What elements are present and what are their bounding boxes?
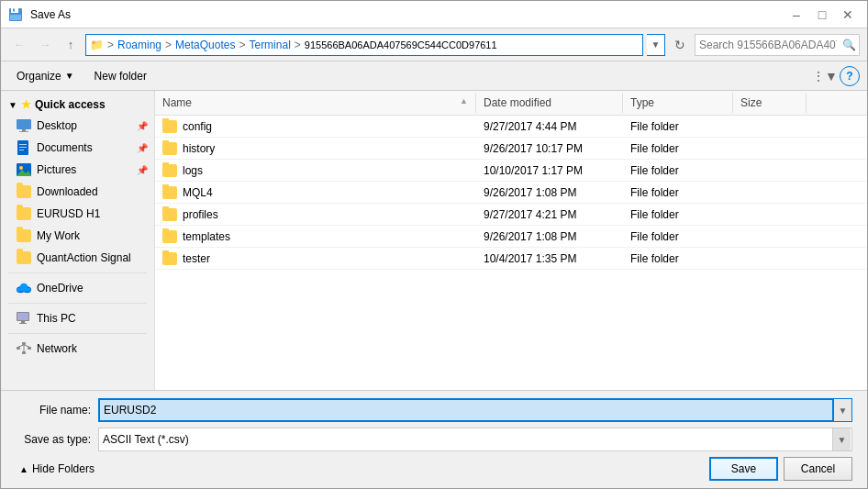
file-name-cell: profiles <box>155 206 476 223</box>
col-header-date[interactable]: Date modified <box>476 93 623 113</box>
filename-dropdown-button[interactable]: ▼ <box>834 398 852 422</box>
file-type-cell: File folder <box>623 228 733 245</box>
quick-access-chevron: ▼ <box>8 100 17 110</box>
organize-button[interactable]: Organize ▼ <box>8 64 83 88</box>
quick-access-star-icon: ★ <box>21 98 31 111</box>
file-size-cell <box>733 213 807 217</box>
minimize-button[interactable]: – <box>785 6 808 24</box>
path-current[interactable]: 915566BA06ADA407569C544CC0D97611 <box>305 39 497 50</box>
table-row[interactable]: profiles 9/27/2017 4:21 PM File folder <box>155 204 867 226</box>
col-header-type[interactable]: Type <box>623 93 733 113</box>
hide-folders-chevron-icon: ▲ <box>19 464 28 474</box>
folder-icon <box>162 142 177 155</box>
svg-rect-24 <box>22 351 26 354</box>
search-input[interactable] <box>695 34 860 56</box>
folder-icon <box>162 208 177 221</box>
documents-icon <box>17 140 31 155</box>
sidebar-item-quantaction[interactable]: QuantAction Signal <box>1 247 154 269</box>
close-button[interactable]: ✕ <box>836 6 860 24</box>
back-button[interactable]: ← <box>8 34 30 56</box>
thispc-label: This PC <box>37 312 76 325</box>
maximize-button[interactable]: □ <box>810 6 834 24</box>
path-part-metaquotes[interactable]: MetaQuotes <box>175 39 235 51</box>
file-size-cell <box>733 169 807 172</box>
savetype-select-wrapper: ASCII Text (*.csv) ▼ <box>98 428 852 451</box>
search-icon: 🔍 <box>842 39 856 51</box>
network-label: Network <box>37 342 77 355</box>
new-folder-button[interactable]: New folder <box>86 64 155 88</box>
sidebar-item-network[interactable]: Network <box>1 338 154 360</box>
cancel-label: Cancel <box>801 462 835 475</box>
file-size-cell <box>733 125 807 128</box>
file-name: history <box>183 142 215 155</box>
table-row[interactable]: logs 10/10/2017 1:17 PM File folder <box>155 160 867 182</box>
address-dropdown-button[interactable]: ▼ <box>647 34 665 56</box>
filename-input[interactable] <box>98 398 834 422</box>
file-name-cell: history <box>155 140 476 157</box>
help-button[interactable]: ? <box>840 66 860 86</box>
quantaction-label: QuantAction Signal <box>37 251 131 264</box>
sidebar-item-eurusd[interactable]: EURUSD H1 <box>1 203 154 225</box>
cancel-button[interactable]: Cancel <box>784 457 852 481</box>
quick-access-label: Quick access <box>35 98 106 111</box>
quantaction-icon <box>17 250 31 265</box>
table-row[interactable]: history 9/26/2017 10:17 PM File folder <box>155 138 867 160</box>
sidebar-item-downloaded[interactable]: Downloaded <box>1 181 154 203</box>
path-separator-2: > <box>239 39 245 51</box>
sidebar-item-mywork[interactable]: My Work <box>1 225 154 247</box>
title-controls: – □ ✕ <box>785 6 860 24</box>
filename-label: File name: <box>16 404 98 417</box>
organize-label: Organize <box>17 70 61 83</box>
file-name-cell: tester <box>155 250 476 267</box>
path-separator-1: > <box>165 39 172 51</box>
view-options-button[interactable]: ⋮ ▼ <box>814 65 836 87</box>
table-row[interactable]: tester 10/4/2017 1:35 PM File folder <box>155 248 867 270</box>
col-header-name[interactable]: Name ▲ <box>155 93 476 113</box>
sidebar-item-documents[interactable]: Documents 📌 <box>1 137 154 159</box>
path-part-roaming[interactable]: Roaming <box>117 39 161 51</box>
table-row[interactable]: config 9/27/2017 4:44 PM File folder <box>155 116 867 138</box>
sidebar-divider-3 <box>8 333 147 334</box>
documents-pin-icon: 📌 <box>137 143 146 152</box>
sidebar-divider-1 <box>8 272 147 273</box>
path-part-terminal[interactable]: Terminal <box>249 39 290 51</box>
thispc-icon <box>17 311 31 326</box>
hide-folders-button[interactable]: ▲ Hide Folders <box>16 461 98 477</box>
file-name: profiles <box>183 208 218 221</box>
desktop-icon <box>17 118 31 133</box>
col-header-size[interactable]: Size <box>733 93 807 113</box>
file-date-cell: 9/26/2017 10:17 PM <box>476 140 623 157</box>
refresh-button[interactable]: ↻ <box>669 34 691 56</box>
file-size-cell <box>733 257 807 261</box>
sidebar-item-desktop[interactable]: Desktop 📌 <box>1 115 154 137</box>
sidebar-item-onedrive[interactable]: OneDrive <box>1 277 154 299</box>
svg-line-28 <box>24 345 29 347</box>
file-date-cell: 9/26/2017 1:08 PM <box>476 184 623 201</box>
organize-dropdown-icon: ▼ <box>65 71 74 81</box>
file-list[interactable]: Name ▲ Date modified Type Size config <box>155 91 867 390</box>
quick-access-header[interactable]: ▼ ★ Quick access <box>1 94 154 115</box>
title-icon <box>8 7 23 22</box>
savetype-select[interactable]: ASCII Text (*.csv) <box>98 428 852 451</box>
file-size-cell <box>733 191 807 194</box>
address-path[interactable]: 📁 > Roaming > MetaQuotes > Terminal > 91… <box>85 34 643 56</box>
sidebar-item-thispc[interactable]: This PC <box>1 307 154 329</box>
desktop-pin-icon: 📌 <box>137 121 146 130</box>
sidebar: ▼ ★ Quick access Desktop 📌 Documents 📌 <box>1 91 155 390</box>
file-date-cell: 9/27/2017 4:44 PM <box>476 118 623 135</box>
sidebar-item-pictures[interactable]: Pictures 📌 <box>1 159 154 181</box>
path-icon: 📁 <box>90 39 104 51</box>
svg-line-26 <box>18 345 24 347</box>
file-name-cell: templates <box>155 228 476 245</box>
file-type-cell: File folder <box>623 250 733 267</box>
up-button[interactable]: ↑ <box>60 34 82 56</box>
table-row[interactable]: templates 9/26/2017 1:08 PM File folder <box>155 226 867 248</box>
file-type-cell: File folder <box>623 140 733 157</box>
table-row[interactable]: MQL4 9/26/2017 1:08 PM File folder <box>155 182 867 204</box>
file-type-cell: File folder <box>623 162 733 179</box>
svg-rect-5 <box>22 129 26 131</box>
folder-icon <box>162 164 177 177</box>
title-bar: Save As – □ ✕ <box>1 1 867 28</box>
save-button[interactable]: Save <box>709 457 778 481</box>
forward-button[interactable]: → <box>34 34 56 56</box>
